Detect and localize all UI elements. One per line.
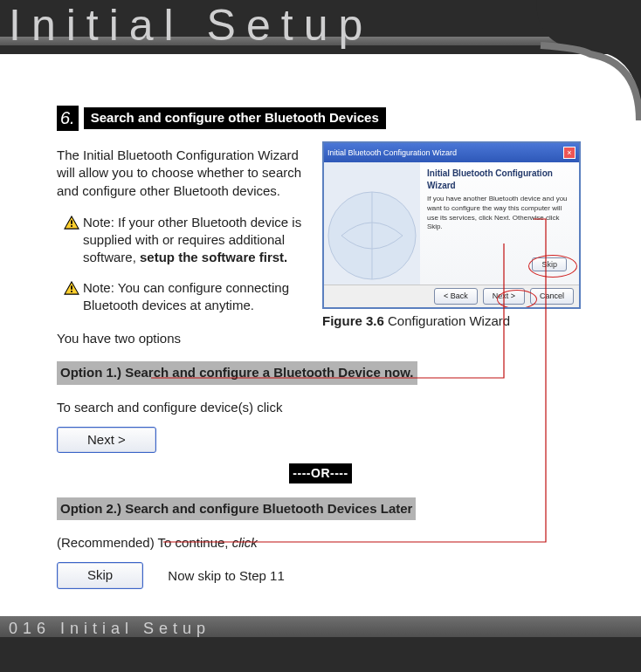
figure-window-body: Initial Bluetooth Configuration Wizard I… (324, 162, 579, 285)
skip-button[interactable]: Skip (57, 562, 143, 588)
footer-dark-band (0, 637, 641, 672)
step-heading: Search and configure other Bluetooth Dev… (84, 107, 386, 128)
figure-next-button[interactable]: Next > (483, 288, 525, 304)
page-title: Initial Setup (9, 0, 373, 51)
option-1-instruction: To search and configure device(s) click (57, 397, 584, 418)
skip-followup-text: Now skip to Step 11 (168, 567, 284, 585)
figure-side-graphic (324, 162, 420, 285)
svg-rect-3 (71, 291, 72, 292)
svg-rect-2 (71, 285, 72, 289)
note-1: Note: If your other Bluetooth device is … (57, 214, 310, 267)
footer-text: 016 Initial Setup (9, 620, 210, 638)
figure-main-panel: Initial Bluetooth Configuration Wizard I… (420, 162, 579, 285)
step-number-badge: 6. (57, 106, 79, 131)
option-1-heading: Option 1.) Search and configure a Blueto… (57, 361, 417, 384)
option-2-instruction-ital: click (232, 535, 258, 550)
figure-column: Initial Bluetooth Configuration Wizard ×… (322, 141, 584, 353)
figure-body-heading: Initial Bluetooth Configuration Wizard (427, 168, 572, 191)
two-options-line: You have two options (57, 328, 310, 349)
figure-caption-text: Configuration Wizard (384, 313, 510, 328)
figure-label: Figure 3.6 (322, 313, 384, 328)
option-2-heading: Option 2.) Search and configure Bluetoot… (57, 497, 416, 520)
or-divider: ----OR---- (289, 463, 351, 483)
option-2-instruction-pre: (Recommended) To continue, (57, 535, 232, 550)
step-header-row: 6. Search and configure other Bluetooth … (57, 106, 584, 131)
warning-icon (64, 281, 79, 295)
figure-caption: Figure 3.6 Configuration Wizard (322, 312, 584, 330)
next-button[interactable]: Next > (57, 427, 156, 453)
note-2: Note: You can configure connecting Bluet… (57, 279, 310, 315)
page-body: 6. Search and configure other Bluetooth … (17, 70, 624, 620)
note-2-text: Note: You can configure connecting Bluet… (83, 279, 310, 315)
intro-paragraph: The Initial Bluetooth Configuration Wiza… (57, 145, 310, 202)
close-icon: × (563, 147, 576, 159)
figure-button-row: < Back Next > Cancel (324, 285, 579, 307)
figure-body-text: If you have another Bluetooth device and… (427, 195, 572, 232)
svg-rect-1 (71, 225, 72, 227)
figure-skip-button[interactable]: Skip (532, 257, 567, 271)
figure-cancel-button[interactable]: Cancel (530, 288, 574, 304)
note-1-text: Note: If your other Bluetooth device is … (83, 214, 310, 267)
text-column: The Initial Bluetooth Configuration Wiza… (57, 141, 310, 353)
warning-icon (64, 216, 79, 230)
figure-screenshot: Initial Bluetooth Configuration Wizard ×… (322, 141, 581, 309)
svg-rect-0 (71, 220, 72, 223)
option-2-instruction: (Recommended) To continue, click (57, 532, 584, 553)
note-1-bold: setup the software first. (140, 250, 287, 264)
header-corner-curve (536, 0, 641, 122)
figure-back-button[interactable]: < Back (434, 288, 478, 304)
two-column-layout: The Initial Bluetooth Configuration Wiza… (57, 141, 584, 353)
